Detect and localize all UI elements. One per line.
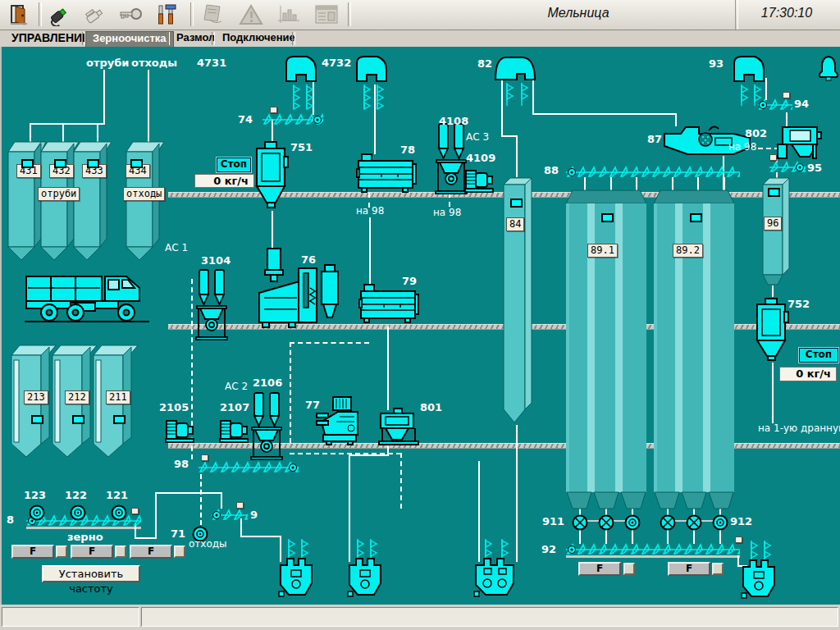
silo-84[interactable]	[502, 176, 533, 427]
pipe	[240, 536, 281, 537]
valve-123[interactable]	[28, 504, 46, 522]
set-frequency-button[interactable]: Установить частоту	[42, 565, 140, 582]
trends-icon[interactable]	[272, 2, 305, 27]
connect-icon[interactable]	[43, 2, 75, 27]
dashed-pipe	[290, 342, 291, 443]
status-panel-left	[2, 607, 139, 627]
dashed-pipe	[449, 193, 450, 207]
conveyor-88[interactable]	[566, 166, 740, 179]
freq-button-1[interactable]: F	[11, 545, 54, 559]
filter-4108[interactable]	[435, 122, 468, 194]
filter-2106[interactable]	[250, 391, 283, 460]
level-indicator-212	[72, 415, 84, 424]
pipe	[30, 123, 105, 125]
filter-3104[interactable]	[195, 268, 228, 340]
device-icon[interactable]	[79, 2, 112, 27]
fan-unit[interactable]	[277, 537, 315, 601]
silo-bank-89-2[interactable]	[654, 187, 734, 509]
freq-indicator-1[interactable]	[56, 546, 67, 558]
scale-752[interactable]	[755, 297, 789, 366]
tab-zernoochistka[interactable]: Зерноочистка	[85, 31, 174, 48]
pipe	[155, 492, 222, 494]
alarms-icon[interactable]	[235, 2, 267, 27]
silo-label-213: 213	[24, 390, 48, 404]
freq-indicator-2[interactable]	[115, 546, 126, 558]
separator-78[interactable]	[357, 154, 418, 194]
conveyor-95[interactable]	[769, 161, 806, 174]
toolbar-separator	[190, 2, 194, 26]
stop-button-751[interactable]: Стоп	[217, 158, 251, 172]
valve-912-1[interactable]	[659, 514, 677, 532]
machine-77[interactable]	[315, 397, 364, 445]
tools-icon[interactable]	[151, 2, 184, 27]
level-indicator-89-1	[601, 213, 614, 222]
freq-indicator-911[interactable]	[623, 563, 635, 575]
valve-121[interactable]	[110, 504, 128, 522]
label-93: 93	[709, 57, 724, 70]
valve-911-3[interactable]	[623, 514, 641, 532]
valve-911-2[interactable]	[597, 514, 615, 532]
label-911: 911	[542, 515, 564, 527]
conveyor-74[interactable]	[262, 113, 323, 126]
toolbar: Мельница 17:30:10	[0, 0, 840, 30]
freq-button-3[interactable]: F	[130, 545, 172, 559]
separator-79[interactable]	[359, 285, 420, 324]
machine-801[interactable]	[377, 409, 420, 446]
label-2106: 2106	[253, 377, 282, 389]
label-as1: АС 1	[165, 242, 188, 253]
tab-podklyuchenie[interactable]: Подключение	[216, 31, 302, 46]
freq-button-2[interactable]: F	[71, 545, 113, 559]
silo-group-211-213[interactable]	[10, 344, 141, 465]
label-123: 123	[24, 489, 46, 501]
tab-separator	[292, 32, 295, 45]
label-as2: АС 2	[225, 381, 248, 392]
level-indicator-84	[510, 199, 523, 208]
conveyor-9[interactable]	[212, 509, 248, 522]
valve-912-2[interactable]	[685, 514, 703, 532]
level-indicator-433	[87, 159, 99, 168]
dashed-pipe	[200, 474, 202, 525]
aspirator-4732[interactable]	[353, 53, 390, 122]
valve-122[interactable]	[69, 504, 87, 522]
rate-display-751: 0 кг/ч	[194, 174, 254, 188]
machine-802[interactable]	[774, 124, 822, 162]
label-82: 82	[477, 57, 492, 70]
valve-911-1[interactable]	[571, 514, 589, 532]
motor-2105[interactable]	[166, 418, 194, 445]
level-indicator-213	[31, 415, 43, 424]
fan-unit[interactable]	[346, 537, 384, 601]
label-122: 122	[65, 489, 87, 501]
settings-panel-icon[interactable]	[310, 2, 343, 27]
pipe	[155, 492, 157, 539]
silo-bank-89-1[interactable]	[566, 187, 646, 509]
freq-button-912[interactable]: F	[668, 562, 710, 576]
exit-icon[interactable]	[3, 2, 36, 27]
valve-912-3[interactable]	[711, 514, 729, 532]
report-icon[interactable]	[197, 2, 230, 27]
silo-group-431-434[interactable]	[7, 139, 167, 263]
label-92: 92	[541, 543, 556, 555]
freq-indicator-912[interactable]	[712, 563, 724, 575]
label-94: 94	[794, 98, 809, 110]
clock: 17:30:10	[738, 6, 835, 21]
freq-indicator-3[interactable]	[174, 546, 185, 558]
scale-751[interactable]	[254, 140, 289, 212]
conveyor-tag	[735, 536, 742, 543]
stop-button-752[interactable]: Стоп	[799, 348, 838, 363]
motor-4109[interactable]	[465, 167, 493, 195]
key-icon[interactable]	[115, 2, 148, 27]
fan-unit[interactable]	[740, 539, 778, 603]
conveyor-92[interactable]	[566, 543, 740, 556]
label-802: 802	[745, 127, 767, 139]
conveyor-94[interactable]	[758, 98, 792, 112]
aspirator-82[interactable]	[492, 53, 538, 119]
aspirator-4731[interactable]	[282, 53, 320, 122]
level-indicator-432	[54, 159, 66, 168]
freq-button-911[interactable]: F	[578, 562, 621, 576]
fan-unit-double[interactable]	[472, 537, 517, 601]
label-na98-1: на 98	[356, 205, 384, 217]
conveyor-98[interactable]	[199, 461, 299, 474]
bell-icon[interactable]	[817, 55, 840, 83]
label-912: 912	[730, 515, 752, 527]
motor-2107[interactable]	[220, 418, 248, 445]
